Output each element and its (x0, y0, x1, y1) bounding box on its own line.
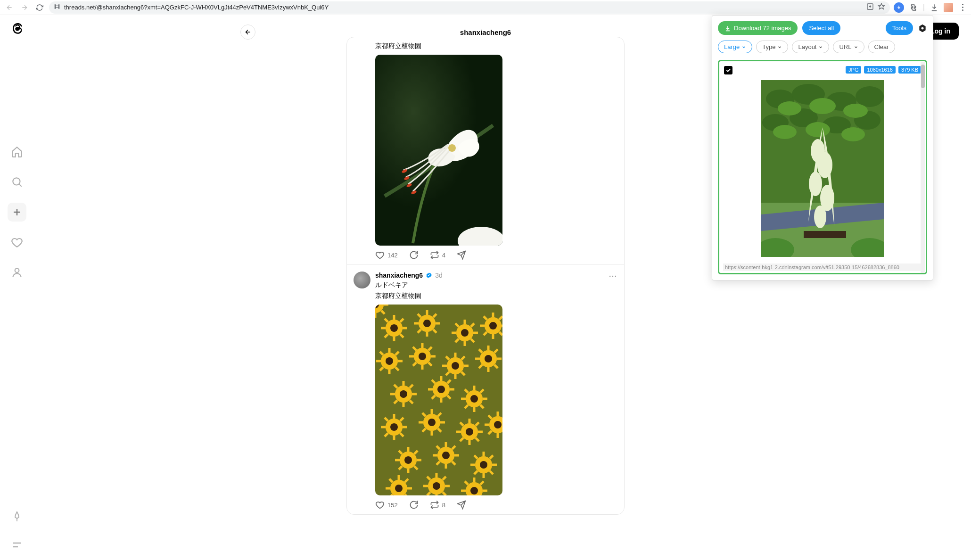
post-avatar[interactable] (354, 272, 370, 288)
svg-point-23 (856, 86, 884, 107)
svg-rect-39 (804, 231, 846, 238)
post-username[interactable]: shanxiacheng6 (375, 272, 423, 279)
post-caption: ルドベキア (375, 280, 616, 290)
feed-card: 京都府立植物園 (346, 37, 625, 515)
image-downloader-popup: Download 72 images Select all Tools Larg… (712, 15, 933, 280)
svg-point-12 (615, 276, 617, 277)
share-button[interactable] (457, 500, 466, 510)
svg-point-31 (773, 125, 797, 139)
like-button[interactable]: 152 (375, 500, 398, 510)
svg-point-10 (609, 276, 611, 277)
post-location: 京都府立植物園 (375, 41, 616, 51)
like-count: 152 (387, 502, 398, 509)
post-image[interactable] (375, 305, 502, 495)
svg-point-30 (843, 104, 868, 118)
svg-point-38 (814, 206, 826, 228)
repost-button[interactable]: 4 (430, 250, 445, 260)
repost-count: 4 (442, 252, 445, 259)
svg-point-2 (15, 268, 19, 272)
like-button[interactable]: 142 (375, 250, 398, 260)
svg-point-17 (922, 27, 924, 29)
download-label: Download 72 images (734, 25, 791, 32)
popup-scrollbar[interactable] (921, 62, 925, 274)
page: shanxiacheng6 Log in 京都府立植物園 (0, 15, 971, 560)
svg-point-36 (809, 172, 822, 196)
feed-back-button[interactable] (240, 25, 255, 40)
nav-activity[interactable] (8, 233, 26, 252)
url-text: threads.net/@shanxiacheng6?xmt=AQGzkFC-J… (64, 4, 863, 11)
downloads-icon[interactable] (930, 3, 939, 12)
svg-point-11 (612, 276, 614, 277)
post: 京都府立植物園 (347, 37, 624, 264)
nav-profile[interactable] (8, 263, 26, 282)
nav-home[interactable] (8, 142, 26, 161)
item-thumbnail (761, 80, 884, 257)
repost-count: 8 (442, 502, 445, 509)
item-checkbox[interactable] (724, 66, 732, 74)
install-app-icon[interactable] (866, 3, 874, 12)
repost-button[interactable]: 8 (430, 500, 445, 510)
svg-point-33 (841, 127, 865, 141)
svg-point-32 (806, 122, 830, 137)
filter-size[interactable]: Large (718, 41, 752, 53)
browser-toolbar: threads.net/@shanxiacheng6?xmt=AQGzkFC-J… (0, 0, 971, 15)
post-image[interactable] (375, 55, 502, 246)
post-actions: 152 8 (375, 500, 616, 510)
back-button[interactable] (4, 2, 15, 13)
image-item[interactable]: JPG 1080x1616 379 KB (718, 60, 927, 274)
post-location: 京都府立植物園 (375, 291, 616, 301)
reply-button[interactable] (409, 500, 419, 510)
bookmark-icon[interactable] (878, 3, 885, 12)
tools-button[interactable]: Tools (886, 21, 913, 35)
profile-avatar[interactable] (944, 3, 953, 12)
svg-point-1 (13, 178, 20, 185)
download-button[interactable]: Download 72 images (718, 21, 798, 35)
filter-type[interactable]: Type (756, 41, 788, 53)
nav-pin[interactable] (8, 507, 26, 526)
left-nav-rail (0, 15, 34, 560)
reload-button[interactable] (34, 2, 45, 13)
nav-search[interactable] (8, 173, 26, 191)
nav-compose[interactable] (8, 203, 26, 222)
image-downloader-ext-icon[interactable] (894, 2, 904, 13)
item-url: https://scontent-hkg1-2.cdninstagram.com… (723, 264, 922, 271)
post-more-button[interactable] (608, 272, 617, 283)
badge-dimensions: 1080x1616 (864, 66, 895, 74)
verified-badge-icon (426, 272, 432, 279)
select-all-button[interactable]: Select all (802, 21, 840, 35)
post-actions: 142 4 (375, 250, 616, 260)
like-count: 142 (387, 252, 398, 259)
feed-title: shanxiacheng6 (460, 28, 511, 36)
post-time: 3d (435, 272, 443, 279)
feed: 京都府立植物園 (346, 37, 625, 515)
toolbar-right: | (894, 2, 967, 13)
badge-format: JPG (846, 66, 861, 74)
svg-point-9 (448, 144, 456, 152)
svg-point-29 (809, 98, 836, 114)
settings-icon[interactable] (918, 24, 927, 33)
site-settings-icon[interactable] (54, 3, 60, 11)
post: shanxiacheng6 3d ルドベキア 京都府立植物園 (347, 264, 624, 514)
share-button[interactable] (457, 250, 466, 260)
svg-point-35 (817, 152, 832, 178)
filter-clear[interactable]: Clear (868, 41, 895, 53)
svg-point-28 (778, 101, 801, 115)
forward-button[interactable] (19, 2, 30, 13)
filter-url[interactable]: URL (833, 41, 864, 53)
menu-icon[interactable] (958, 3, 967, 12)
filter-layout[interactable]: Layout (792, 41, 829, 53)
extensions-icon[interactable] (909, 3, 918, 12)
nav-more[interactable] (8, 535, 26, 554)
address-bar[interactable]: threads.net/@shanxiacheng6?xmt=AQGzkFC-J… (49, 1, 890, 14)
reply-button[interactable] (409, 250, 419, 260)
badge-filesize: 379 KB (898, 66, 921, 74)
